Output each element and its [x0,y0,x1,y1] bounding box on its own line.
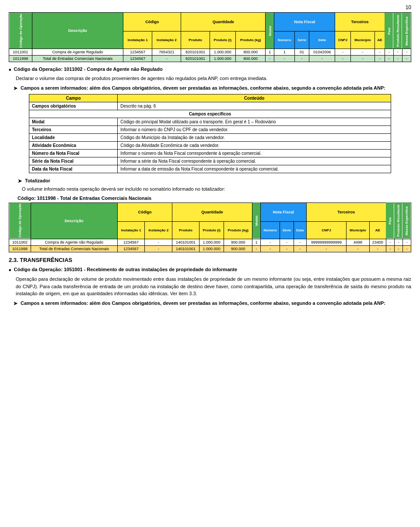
col-cnpj: CNPJ [335,31,350,49]
table-cell: - [294,56,309,62]
table-cell: - [350,56,375,62]
bottom-table-cell: - [346,246,370,252]
bullet-icon: • [9,66,11,73]
bottom-table-cell: 1234567 [117,246,145,252]
bottom-table-cell: 900.000 [224,246,252,252]
col2-municipio: Município [346,221,370,239]
col-massa: Massa Específica [402,13,411,49]
bottom-table-cell: 1234567 [117,239,145,246]
fields-table-campo: Localidade [29,134,118,142]
totalizador-arrow-icon: ➤ [18,178,22,184]
table-cell: 1.000.000 [210,49,235,56]
totalizador-codigo-label: Código: 1011998 - Total de Entradas Come… [18,195,411,201]
bottom-table-cell: 900.000 [224,239,252,246]
bottom-main-table: Código de Operação Descrição Código Quan… [9,202,411,252]
table-cell: 1234567 [123,49,152,56]
section-23-heading: 2.3. TRANSFERÊNCIAS [9,257,411,263]
table-cell: - [274,56,295,62]
fields-table-1011002: Campo Conteúdo Campos obrigatóriosDescri… [29,94,391,173]
col-produto: Produto [181,31,210,49]
totalizador-text: O volume informado nesta operação deverá… [22,186,411,192]
col-codigo-operacao: Código de Operação [9,13,32,49]
col-numero: Número [274,31,295,49]
col2-terceiros-group: Terceiros [306,202,386,221]
table-cell: - [350,49,375,56]
section-1011002-title: • Código da Operação: 1011002 - Compra d… [9,66,411,73]
col-produto-l: Produto (l) [210,31,235,49]
section-1011002: • Código da Operação: 1011002 - Compra d… [9,66,411,173]
col-qty-group: Quantidade [181,13,266,31]
col2-massa: Massa Específica [402,202,411,239]
table-cell: - [385,56,393,62]
section-23-arrow-icon: ➤ [13,300,18,307]
bottom-table-cell: - [402,239,411,246]
table-cell: 1234567 [123,56,152,62]
col2-produto-res: Produto Resultante [394,202,402,239]
fields-table-campo: Modal [29,118,118,126]
totalizador-section: ➤ Totalizador O volume informado nesta o… [13,178,411,201]
bottom-table-cell: - [402,246,411,252]
table-cell: - [375,56,385,62]
bottom-table-cell: 23400 [369,239,386,246]
bottom-table-cell: 140101001 [172,239,200,246]
fields-table-campo: Número da Nota Fiscal [29,150,118,157]
bottom-table-cell: - [261,239,280,246]
fields-col2-header: Conteúdo [118,94,391,102]
table-cell: 01 [294,49,309,56]
bottom-table-cell: - [252,246,261,252]
fields-table-conteudo: Descrito na pág. 6 [118,102,391,110]
col2-pais: País [386,202,394,239]
bottom-table-cell: - [294,239,306,246]
col-instalacao2: Instalação 2 [152,31,181,49]
fields-table-specific-row: Campos específicos [29,110,391,118]
table-cell: 800.000 [236,56,266,62]
bottom-table-cell: 1 [252,239,261,246]
col2-numero: Número [261,221,280,239]
col2-codigo-group: Código [117,202,172,221]
bottom-table-cell: 140101001 [172,246,200,252]
col-municipio: Município [350,31,375,49]
col-pais: País [385,13,393,49]
col-produto-kg: Produto (kg) [236,31,266,49]
section-1011002-arrow: ➤ Campos a serem informados: além dos Ca… [13,85,411,91]
bottom-table-cell: 1.000.000 [199,246,224,252]
col2-produto-l: Produto (l) [199,221,224,239]
table-cell: 7654321 [152,49,181,56]
bottom-table-cell: 99999999999999 [306,239,346,246]
bottom-table-cell: - [261,246,280,252]
bottom-table-cell: - [145,239,172,246]
bottom-table-cell: 1011002 [9,239,31,246]
section-23-paragraph: Operação para declaração de volume de pr… [16,276,411,297]
col-terceiros-group: Terceiros [335,13,385,31]
col-codigo-group: Código [123,13,181,31]
fields-table-conteudo: Informar o número do CNPJ ou CPF de cada… [118,126,391,134]
table-cell: Total de Entradas Comerciais Nacionais [32,56,123,62]
col2-serie: Série [280,221,294,239]
bottom-table-cell: - [369,246,386,252]
table-cell: 820101001 [181,49,210,56]
bottom-table-cell: 4498 [346,239,370,246]
fields-table-campo: Terceiros [29,126,118,134]
totalizador-arrow: ➤ Totalizador [18,178,411,184]
fields-table-conteudo: Código do Município da Instalação de cad… [118,134,391,142]
table-cell: - [393,56,402,62]
section-23: 2.3. TRANSFERÊNCIAS • Código da Operação… [9,257,411,307]
section-1011002-paragraph: Declarar o volume das compras de produto… [16,75,411,82]
fields-col1-header: Campo [29,94,118,102]
bottom-table-cell: - [145,246,172,252]
fields-table-campo: Campos obrigatórios [29,102,118,110]
table-cell: - [309,56,335,62]
col2-codigo-operacao: Código de Operação [9,202,31,239]
section-23-title: • Código da Operação: 1051001 - Recebime… [9,267,411,274]
col-produto-res: Produto Resultante [393,13,402,49]
col2-produto: Produto [172,221,200,239]
col2-instalacao1: Instalação 1 [117,221,145,239]
col-nota-group: Nota Fiscal [274,13,335,31]
bottom-table-cell: - [394,239,402,246]
col-data: Data [309,31,335,49]
table-cell: 820101001 [181,56,210,62]
bottom-table-cell: Total de Entradas Comerciais Nacionais [31,246,117,252]
table-cell: 1.000.000 [210,56,235,62]
bottom-table-cell: - [386,246,394,252]
totalizador-title: Totalizador [25,178,411,184]
